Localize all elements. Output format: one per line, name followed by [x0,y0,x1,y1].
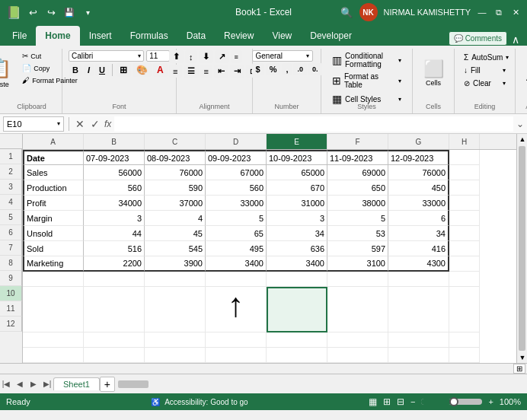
cell-A3[interactable]: Production [23,180,84,196]
quick-access-more[interactable]: ▾ [81,5,94,19]
tab-view[interactable]: View [263,26,301,46]
cell-F8[interactable]: 3100 [327,256,388,272]
analyze-data-button[interactable]: 📊 Analyze Data [521,52,527,94]
user-avatar[interactable]: NK [359,3,378,21]
cell-A11[interactable] [23,332,84,348]
cell-A10[interactable] [23,287,84,332]
cell-B5[interactable]: 3 [84,211,145,226]
cell-A7[interactable]: Sold [23,241,84,256]
name-box-dropdown[interactable]: ▾ [57,120,60,127]
cell-H6[interactable] [449,226,480,241]
cell-A9[interactable] [23,272,84,287]
sheet-tab-sheet1[interactable]: Sheet1 [53,377,100,390]
cell-E4[interactable]: 31000 [267,196,327,211]
align-middle-button[interactable]: ↕ [185,50,197,63]
row-header-10[interactable]: 10 [0,286,22,301]
tab-review[interactable]: Review [215,26,263,46]
cell-G1[interactable]: 12-09-2023 [388,150,449,165]
row-header-3[interactable]: 3 [0,180,22,195]
cell-D9[interactable] [206,272,267,287]
cell-F6[interactable]: 53 [327,226,388,241]
comma-button[interactable]: , [282,63,292,75]
cell-G6[interactable]: 34 [388,226,449,241]
col-header-G[interactable]: G [388,134,449,149]
increase-indent-button[interactable]: ⇥ [230,65,244,78]
add-sheet-button[interactable]: + [100,377,115,392]
cell-C8[interactable]: 3900 [145,256,206,272]
sheet-first-btn[interactable]: |◀ [0,378,12,390]
cell-E3[interactable]: 670 [267,180,327,196]
cell-E11[interactable] [267,332,327,348]
cell-B7[interactable]: 516 [84,241,145,256]
view-layout-btn[interactable]: ⊞ [383,396,391,407]
cell-H11[interactable] [449,332,480,348]
col-header-B[interactable]: B [84,134,145,149]
cell-H1[interactable] [449,150,480,165]
cell-G2[interactable]: 76000 [388,165,449,180]
wrap-text-button[interactable]: ≡ [231,50,242,63]
cell-D10[interactable]: ↑ [206,287,267,332]
row-header-9[interactable]: 9 [0,271,22,286]
format-table-button[interactable]: ⊞ Format as Table ▾ [327,71,406,91]
zoom-thumb[interactable] [449,397,458,406]
cell-G4[interactable]: 33000 [388,196,449,211]
sheet-next-btn[interactable]: ▶ [27,378,40,390]
cell-C12[interactable] [145,348,206,363]
cell-C10[interactable] [145,287,206,332]
align-bottom-button[interactable]: ⬇ [199,50,213,63]
cell-D7[interactable]: 495 [206,241,267,256]
cell-G12[interactable] [388,348,449,363]
currency-button[interactable]: $ [252,63,264,75]
row-header-11[interactable]: 11 [0,301,22,317]
cell-D3[interactable]: 560 [206,180,267,196]
redo-btn[interactable]: ↪ [44,5,58,19]
cell-G7[interactable]: 416 [388,241,449,256]
cell-F9[interactable] [327,272,388,287]
cell-E5[interactable]: 3 [267,211,327,226]
zoom-in-btn[interactable]: + [488,397,493,406]
cell-E6[interactable]: 34 [267,226,327,241]
cell-G9[interactable] [388,272,449,287]
cell-F1[interactable]: 11-09-2023 [327,150,388,165]
table-options-btn[interactable]: ⊞ [513,364,525,374]
tab-formulas[interactable]: Formulas [121,26,177,46]
row-header-4[interactable]: 4 [0,195,22,210]
sheet-prev-btn[interactable]: ◀ [14,378,26,390]
orient-button[interactable]: ↗ [215,50,229,63]
cell-G8[interactable]: 4300 [388,256,449,272]
cell-G11[interactable] [388,332,449,348]
row-header-8[interactable]: 8 [0,256,22,271]
cell-D4[interactable]: 33000 [206,196,267,211]
comments-button[interactable]: 💬 Comments [449,31,507,46]
col-header-H[interactable]: H [449,134,480,149]
cell-G5[interactable]: 6 [388,211,449,226]
view-page-break-btn[interactable]: ⊟ [397,396,404,407]
zoom-slider[interactable] [421,399,482,405]
cell-B9[interactable] [84,272,145,287]
cell-B10[interactable] [84,287,145,332]
scroll-thumb[interactable] [519,146,525,351]
cell-D6[interactable]: 65 [206,226,267,241]
cell-H12[interactable] [449,348,480,363]
cell-A6[interactable]: Unsold [23,226,84,241]
cell-F10[interactable] [327,287,388,332]
cell-F2[interactable]: 69000 [327,165,388,180]
clear-dropdown[interactable]: ▾ [503,80,506,87]
cell-E10[interactable] [267,287,327,332]
col-header-A[interactable]: A [23,134,84,149]
formula-expand-btn[interactable]: ⌄ [516,119,524,129]
conditional-format-dropdown[interactable]: ▾ [398,57,401,64]
cell-F5[interactable]: 5 [327,211,388,226]
cell-D1[interactable]: 09-09-2023 [206,150,267,165]
align-right-button[interactable]: ≡ [200,65,212,78]
bold-button[interactable]: B [69,64,82,76]
fill-button[interactable]: ↓ Fill ▾ [461,65,509,76]
vertical-scrollbar[interactable]: ▲ ▼ [516,134,527,363]
cell-D12[interactable] [206,348,267,363]
cell-C4[interactable]: 37000 [145,196,206,211]
tab-home[interactable]: Home [36,26,79,46]
formula-input[interactable] [114,116,513,132]
font-family-select[interactable]: Calibri ▾ [69,50,144,62]
tab-data[interactable]: Data [177,26,215,46]
italic-button[interactable]: I [84,64,94,76]
